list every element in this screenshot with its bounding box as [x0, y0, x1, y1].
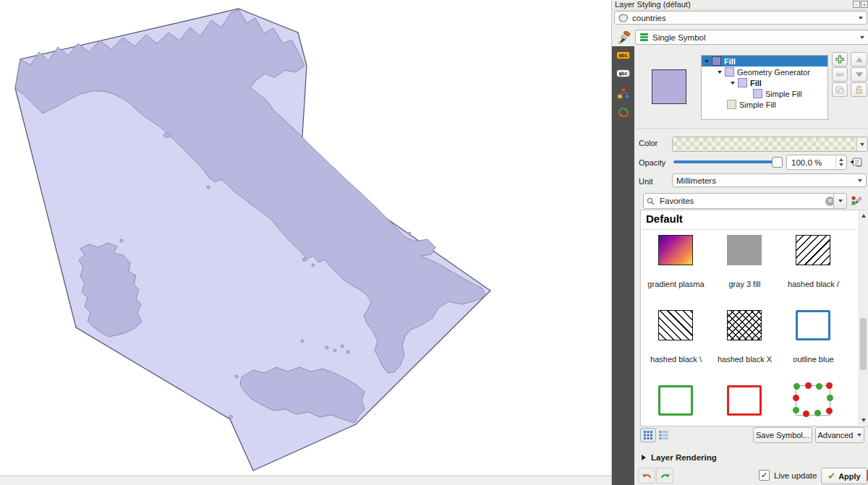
layer-styling-panel: Layer Styling (défaut) ▫ × countries: [611, 0, 868, 485]
symbol-tile-dot-markers[interactable]: [779, 381, 848, 426]
save-symbol-button[interactable]: Save Symbol...: [753, 427, 812, 443]
symbol-search[interactable]: ✕: [643, 193, 838, 209]
fill-swatch: [738, 78, 747, 87]
plus-icon: [835, 55, 844, 64]
gray-fill-swatch: [727, 235, 762, 265]
search-input[interactable]: [658, 196, 822, 206]
grid-view-icon: [644, 431, 652, 439]
symbology-tab[interactable]: [615, 30, 634, 46]
symbol-tile-outline-blue[interactable]: outline blue: [779, 306, 848, 381]
symbol-grid: gradient plasma gray 3 fill hashed black…: [642, 231, 852, 426]
redo-button[interactable]: [656, 468, 673, 484]
unit-selector[interactable]: Millimeters: [672, 173, 867, 187]
symbol-tile-outline-red[interactable]: [710, 381, 779, 426]
list-view-button[interactable]: [658, 429, 669, 440]
live-update-label: Live update: [774, 471, 817, 480]
history-tab[interactable]: [615, 106, 631, 118]
move-up-button[interactable]: [851, 52, 867, 66]
redo-icon: [660, 471, 671, 481]
opacity-value: 100,0 %: [791, 158, 822, 167]
callout-icon: abc: [616, 69, 629, 77]
tree-row-fill-root[interactable]: Fill: [702, 56, 827, 66]
scroll-down-icon[interactable]: [861, 419, 866, 422]
chevron-down-icon: [859, 17, 863, 20]
opacity-slider[interactable]: [673, 160, 780, 163]
layer-rendering-group[interactable]: Layer Rendering: [642, 453, 717, 462]
spin-arrows[interactable]: [835, 155, 846, 169]
catalog-scrollbar[interactable]: [859, 211, 868, 425]
lock-colors-button[interactable]: [851, 82, 867, 97]
symbol-catalog: Default gradient plasma gray 3 fill hash…: [640, 210, 868, 426]
fill-swatch: [727, 100, 736, 109]
live-update-checkbox[interactable]: ✓: [759, 470, 770, 481]
tree-row-simple-fill-2[interactable]: Simple Fill: [702, 99, 827, 110]
tree-row-label: Fill: [750, 79, 762, 87]
qgis-window: Layer Styling (défaut) ▫ × countries: [0, 0, 868, 485]
duplicate-icon: [835, 86, 844, 94]
symbol-tile-hashed-black-back[interactable]: hashed black \: [642, 306, 710, 381]
symbol-tile-gray-3-fill[interactable]: gray 3 fill: [710, 231, 779, 306]
expander-icon[interactable]: [705, 60, 709, 63]
style-manager-button[interactable]: [848, 194, 863, 207]
move-down-button[interactable]: [851, 67, 867, 82]
override-icon: [849, 157, 863, 168]
symbol-tile-outline-green[interactable]: [642, 381, 710, 426]
color-dropdown[interactable]: [856, 137, 867, 151]
search-icon: [647, 197, 655, 205]
tree-row-label: Fill: [724, 57, 736, 66]
panel-title: Layer Styling (défaut): [615, 0, 691, 9]
map-svg: [0, 0, 611, 485]
undo-button[interactable]: [638, 468, 655, 484]
tree-row-geometry-generator[interactable]: Geometry Generator: [702, 66, 827, 77]
section-separator: [636, 128, 867, 129]
transparent-checker: [673, 137, 856, 151]
header-rule: [642, 229, 856, 230]
remove-symbol-layer-button[interactable]: [832, 67, 848, 82]
live-update-option[interactable]: ✓ Live update: [759, 470, 817, 481]
advanced-button[interactable]: Advanced: [815, 427, 864, 443]
labels-tab[interactable]: abc: [615, 51, 631, 59]
history-arrows-icon: [617, 106, 630, 118]
lock-icon: [855, 85, 863, 94]
symbol-layer-tree: Fill Geometry Generator Fill Simple Fill…: [701, 55, 828, 120]
opacity-slider-handle[interactable]: [772, 157, 783, 168]
hatch-back-swatch: [658, 310, 693, 340]
color-button[interactable]: [672, 137, 868, 152]
marker-outline-swatch: [796, 385, 830, 416]
layer-selector[interactable]: countries: [614, 11, 867, 25]
paintbrush-icon: [617, 31, 631, 44]
symbol-tile-gradient-plasma[interactable]: gradient plasma: [642, 231, 710, 306]
scroll-up-icon[interactable]: [861, 214, 866, 218]
expander-icon[interactable]: [731, 82, 735, 85]
minus-icon: [836, 73, 843, 76]
scrollbar-thumb[interactable]: [860, 318, 867, 370]
style-manager-icon: [851, 195, 861, 206]
check-icon: ✔: [827, 471, 835, 481]
color-label: Color: [639, 139, 658, 147]
float-panel-icon[interactable]: ▫: [853, 1, 860, 8]
tree-row-fill-sub[interactable]: Fill: [702, 77, 827, 88]
expander-icon[interactable]: [718, 71, 722, 74]
close-panel-icon[interactable]: ×: [861, 1, 868, 8]
add-symbol-layer-button[interactable]: [832, 52, 848, 66]
duplicate-symbol-layer-button[interactable]: [832, 82, 848, 97]
map-canvas[interactable]: [0, 0, 611, 485]
callouts-tab[interactable]: abc: [615, 69, 631, 77]
diagrams-tab[interactable]: [615, 87, 631, 99]
symbology-type-selector[interactable]: Single Symbol: [635, 30, 868, 45]
data-defined-override-button[interactable]: [848, 155, 864, 169]
tree-row-simple-fill[interactable]: Simple Fill: [702, 88, 827, 99]
panel-tab-strip: abc abc: [612, 46, 634, 485]
arrow-down-icon: [856, 72, 863, 77]
arrow-up-icon: [856, 57, 863, 62]
opacity-spinbox[interactable]: 100,0 %: [786, 155, 847, 170]
outline-green-swatch: [658, 385, 693, 416]
symbol-preview: [652, 69, 686, 104]
fill-swatch: [712, 56, 721, 66]
symbol-tile-hashed-black-x[interactable]: hashed black X: [710, 306, 779, 381]
symbol-tile-hashed-black-fwd[interactable]: hashed black /: [779, 231, 848, 306]
apply-button[interactable]: ✔ Apply: [821, 468, 867, 484]
search-filter-dropdown[interactable]: [833, 193, 847, 209]
fill-swatch: [725, 67, 734, 77]
icon-view-button[interactable]: [640, 428, 656, 442]
